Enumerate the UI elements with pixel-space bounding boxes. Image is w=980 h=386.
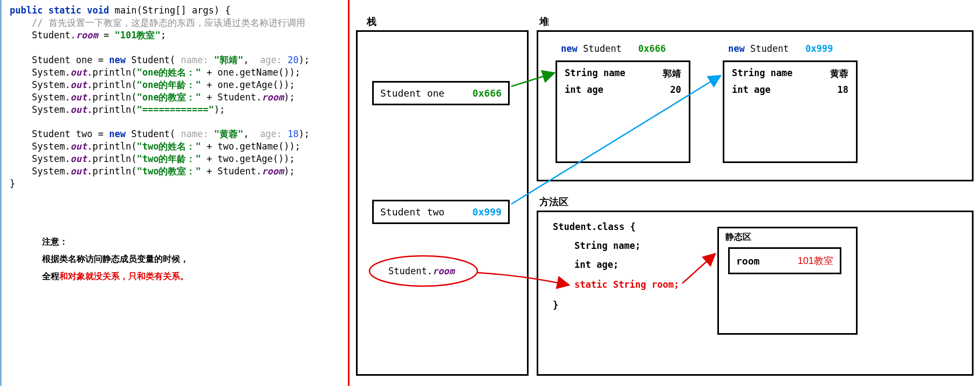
indent	[10, 166, 32, 177]
code-text: System.	[32, 104, 71, 115]
keyword: new	[109, 55, 126, 65]
param-hint: name:	[181, 55, 214, 65]
indent	[10, 17, 32, 28]
code-text: =	[98, 30, 115, 40]
address: 0x666	[638, 43, 666, 54]
code-panel: public static void main(String[] args) {…	[0, 0, 345, 386]
heap-new-label: new Student 0x666	[561, 43, 666, 54]
field-row: int age 20	[564, 82, 682, 97]
field: out	[71, 166, 87, 177]
field-type: String name	[732, 67, 793, 80]
static-value: 101教室	[798, 254, 833, 267]
code-block: public static void main(String[] args) {…	[10, 4, 345, 190]
stack-var-one: Student one 0x666	[372, 81, 510, 105]
keyword: new	[109, 128, 126, 139]
class-close: }	[553, 300, 558, 310]
code-text: System.	[32, 166, 71, 177]
code-text: Student one =	[32, 55, 109, 65]
code-text: System.	[32, 141, 71, 152]
code-text: .println(	[87, 104, 136, 115]
indent	[10, 128, 32, 139]
code-text: System.	[32, 67, 71, 78]
code-text: Student.	[388, 266, 433, 276]
code-text: .println(	[87, 166, 136, 177]
indent	[10, 55, 32, 65]
indent	[10, 104, 32, 115]
var-label: Student one	[380, 87, 444, 99]
code-text: +	[201, 79, 218, 90]
note-title: 注意：	[42, 233, 345, 250]
number: 18	[287, 128, 298, 139]
indent	[10, 153, 32, 164]
code-text: two.getName());	[217, 141, 300, 152]
field: room	[262, 92, 284, 103]
address: 0x666	[472, 87, 502, 99]
code-text: System.	[32, 79, 71, 90]
code-text: Student.	[217, 92, 262, 103]
var-label: Student two	[380, 206, 444, 218]
string: "郭靖"	[214, 55, 243, 65]
code-text: (String[] args) {	[136, 5, 230, 16]
note-emphasis: 和对象就没关系，只和类有关系。	[59, 272, 189, 281]
string: "one的姓名："	[136, 67, 201, 78]
code-text: .println(	[87, 92, 136, 103]
stack-label: 栈	[367, 15, 376, 28]
note-line: 根据类名称访问静态成员变量的时候，	[42, 250, 345, 268]
stack-static-ref: Student.room	[388, 266, 455, 276]
code-text: two.getAge());	[217, 153, 294, 164]
indent	[10, 67, 32, 78]
code-text: ;	[161, 30, 166, 40]
field-value: 20	[670, 84, 681, 95]
string: "============"	[136, 104, 214, 115]
string: "101教室"	[115, 30, 161, 40]
field: room	[433, 266, 455, 276]
code-text: +	[201, 92, 218, 103]
code-text: );	[284, 166, 294, 177]
code-text: .println(	[87, 141, 136, 152]
code-text: one.getAge());	[217, 79, 294, 90]
memory-diagram: 栈 堆 方法区 Student one 0x666 Student two 0x…	[351, 0, 980, 386]
keyword: public static void	[10, 5, 109, 16]
code-text: ,	[243, 55, 254, 65]
static-area-label: 静态区	[725, 232, 849, 243]
code-text: .println(	[87, 153, 136, 164]
field-value: 18	[838, 84, 848, 95]
class-field: String name;	[574, 240, 641, 251]
field: out	[71, 141, 87, 152]
code-text: }	[10, 178, 15, 189]
code-text: main	[109, 5, 136, 16]
field-type: String name	[565, 67, 626, 80]
string: "one的年龄："	[136, 79, 201, 90]
indent	[10, 141, 32, 152]
heap-object-two: String name 黄蓉 int age 18	[723, 60, 858, 163]
number: 20	[287, 55, 298, 65]
note-line: 全程和对象就没关系，只和类有关系。	[42, 268, 345, 285]
code-text: System.	[32, 92, 71, 103]
keyword: new	[728, 43, 745, 54]
string: "two的教室："	[136, 166, 201, 177]
code-text: );	[214, 104, 225, 115]
divider	[348, 0, 349, 386]
class-field: int age;	[574, 259, 619, 270]
code-text: Student(	[126, 128, 181, 139]
field-row: String name 郭靖	[564, 65, 682, 82]
code-text: Student.	[217, 166, 262, 177]
code-text: one.getName());	[217, 67, 300, 78]
code-text: .println(	[87, 79, 136, 90]
heap-object-one: String name 郭靖 int age 20	[556, 60, 690, 163]
field-row: int age 18	[731, 82, 849, 97]
field: out	[71, 67, 87, 78]
param-hint: age:	[255, 55, 287, 65]
code-text: );	[299, 55, 310, 65]
field-value: 郭靖	[663, 67, 681, 80]
field-value: 黄蓉	[830, 67, 848, 80]
field: out	[71, 153, 87, 164]
field: out	[71, 92, 87, 103]
class-open: Student.class {	[553, 221, 636, 232]
code-text: +	[201, 67, 218, 78]
static-key: room	[736, 255, 759, 267]
string: "黄蓉"	[214, 128, 243, 139]
field-type: int age	[565, 84, 604, 95]
code-text: Student two =	[32, 128, 109, 139]
code-text: +	[201, 141, 218, 152]
